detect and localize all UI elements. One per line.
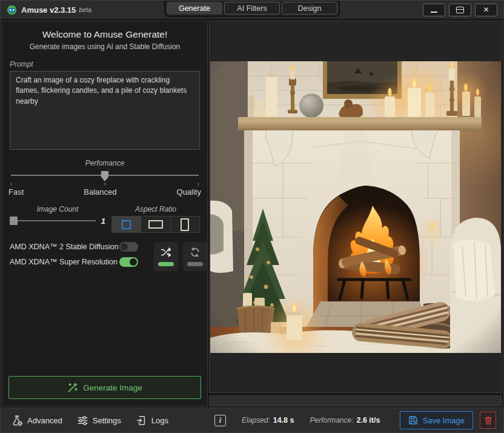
seed-controls	[154, 242, 207, 271]
generate-image-label: Generate Image	[83, 383, 142, 392]
performance-slider-thumb[interactable]	[101, 171, 109, 181]
performance-option-quality[interactable]: Quality	[177, 187, 201, 196]
amuse-logo-icon	[7, 5, 17, 15]
tab-design[interactable]: Design	[282, 2, 337, 15]
aspect-ratio-label: Aspect Ratio	[111, 205, 200, 213]
close-icon: ✕	[483, 5, 489, 14]
tab-generate[interactable]: Generate	[167, 2, 222, 15]
aspect-portrait-button[interactable]	[170, 216, 199, 232]
toggles-row: AMD XDNA™ 2 Stable Diffusion AMD XDNA™ S…	[10, 242, 200, 271]
random-seed-indicator	[158, 262, 174, 266]
toggle-knob	[130, 258, 137, 266]
xdna-super-resolution-row: AMD XDNA™ Super Resolution	[10, 257, 138, 267]
progress-bar	[209, 395, 502, 406]
toggle-knob	[121, 243, 128, 250]
beta-tag: beta	[79, 6, 91, 13]
performance-ticks	[11, 183, 199, 186]
minimize-icon	[431, 7, 437, 13]
image-count-slider-track[interactable]	[10, 220, 96, 221]
tick-quality	[198, 183, 199, 186]
refresh-icon	[190, 247, 201, 258]
count-aspect-row: Image Count 1 Aspect Ratio	[10, 205, 200, 233]
xdna-super-resolution-toggle[interactable]	[119, 257, 138, 267]
performance-slider[interactable]	[11, 169, 199, 181]
random-seed-button[interactable]	[154, 242, 178, 271]
window-controls: ✕	[423, 4, 497, 16]
delete-image-button[interactable]	[480, 412, 496, 429]
titlebar: Amuse v2.3.15 beta Generate AI Filters D…	[1, 1, 503, 19]
settings-button[interactable]: Settings	[77, 415, 121, 426]
tick-fast	[11, 183, 12, 186]
elapsed-value: 14.8 s	[273, 416, 294, 425]
save-icon	[408, 415, 418, 425]
image-count-label: Image Count	[10, 205, 105, 213]
performance-stat: Performance: 2.6 it/s	[310, 416, 380, 425]
performance-label: Perfomance	[2, 159, 207, 167]
generated-image[interactable]	[210, 61, 501, 353]
xdna-stable-diffusion-label: AMD XDNA™ 2 Stable Diffusion	[10, 243, 119, 251]
aspect-square-button[interactable]	[112, 216, 141, 232]
portrait-aspect-icon	[181, 218, 189, 231]
settings-label: Settings	[93, 416, 121, 425]
square-aspect-icon	[122, 220, 131, 229]
logs-icon	[136, 415, 147, 426]
viewer-panel	[209, 21, 502, 406]
xdna-super-resolution-label: AMD XDNA™ Super Resolution	[10, 258, 118, 266]
save-image-button[interactable]: Save Image	[400, 411, 473, 429]
xdna-stable-diffusion-row: AMD XDNA™ 2 Stable Diffusion	[10, 242, 138, 252]
app-window: Amuse v2.3.15 beta Generate AI Filters D…	[0, 0, 504, 433]
image-count-slider-thumb[interactable]	[10, 216, 18, 225]
save-image-label: Save Image	[423, 416, 465, 425]
performance-option-fast[interactable]: Fast	[8, 187, 24, 196]
prompt-input[interactable]: Craft an image of a cozy fireplace with …	[10, 71, 200, 150]
welcome-title: Welcome to Amuse Generate!	[2, 29, 207, 40]
performance-options: Fast Balanced Quality	[2, 187, 207, 196]
welcome-subtitle: Generate images using AI and Stable Diff…	[2, 42, 207, 51]
maximize-button[interactable]	[449, 4, 471, 16]
reuse-seed-indicator	[187, 262, 203, 266]
elapsed-label: Elapsed:	[242, 416, 270, 425]
generate-panel: Welcome to Amuse Generate! Generate imag…	[2, 21, 208, 406]
logs-button[interactable]: Logs	[136, 415, 168, 426]
tab-ai-filters[interactable]: AI Filters	[224, 2, 280, 15]
aspect-ratio-section: Aspect Ratio	[111, 205, 200, 233]
image-count-slider[interactable]	[10, 216, 96, 226]
reuse-seed-button[interactable]	[183, 242, 207, 271]
trash-icon	[483, 415, 493, 425]
performance-stat-value: 2.6 it/s	[357, 416, 380, 425]
advanced-button[interactable]: Advanced	[12, 415, 62, 426]
close-button[interactable]: ✕	[475, 4, 497, 16]
flask-gear-icon	[12, 415, 23, 426]
performance-stat-label: Performance:	[310, 416, 353, 425]
aspect-ratio-group	[111, 216, 200, 233]
image-count-value: 1	[101, 216, 105, 226]
elapsed-stat: Elapsed: 14.8 s	[242, 416, 294, 425]
shuffle-icon	[161, 247, 171, 258]
advanced-label: Advanced	[27, 416, 62, 425]
app-title: Amuse v2.3.15	[21, 5, 76, 15]
performance-option-balanced[interactable]: Balanced	[84, 187, 116, 196]
landscape-aspect-icon	[148, 220, 163, 229]
aspect-landscape-button[interactable]	[141, 216, 170, 232]
statusbar: Advanced Settings Logs	[1, 408, 503, 432]
generate-image-button[interactable]: Generate Image	[8, 376, 201, 399]
minimize-button[interactable]	[423, 4, 445, 16]
magic-wand-icon	[67, 383, 78, 393]
logs-label: Logs	[151, 416, 168, 425]
sliders-icon	[77, 415, 88, 426]
tick-balanced	[105, 183, 105, 186]
xdna-stable-diffusion-toggle[interactable]	[119, 242, 138, 252]
tab-bar: Generate AI Filters Design	[164, 1, 340, 17]
maximize-icon	[456, 7, 464, 13]
image-count-section: Image Count 1	[10, 205, 105, 233]
prompt-label: Prompt	[10, 60, 200, 69]
image-canvas	[209, 21, 502, 393]
info-icon[interactable]: i	[214, 415, 226, 426]
main-area: Welcome to Amuse Generate! Generate imag…	[1, 19, 503, 408]
